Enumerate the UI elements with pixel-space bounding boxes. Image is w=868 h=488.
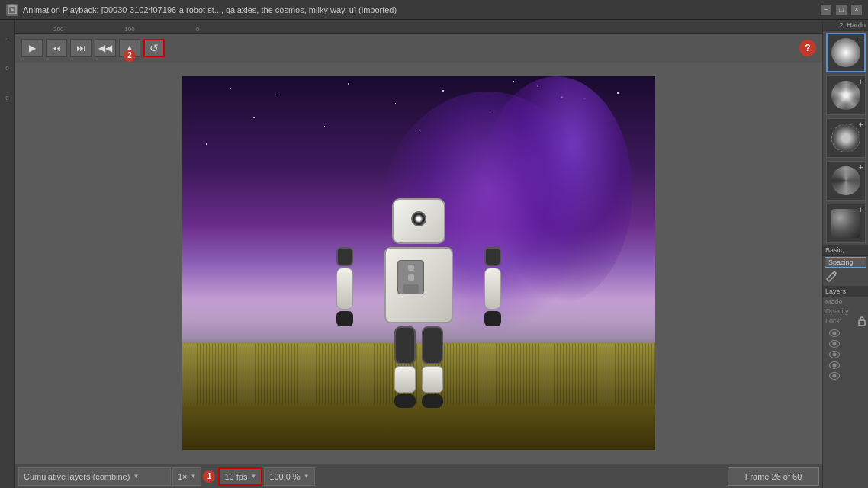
minimize-button[interactable]: −: [821, 5, 831, 15]
layer-eye-2[interactable]: [829, 340, 840, 348]
svg-rect-2: [859, 320, 865, 326]
hardness-label: 2. Hardn: [823, 20, 868, 31]
layer-eye-4[interactable]: [829, 361, 840, 369]
ruler-top: 200 100 0: [15, 20, 822, 34]
layer-eye-1[interactable]: [829, 329, 840, 337]
percent-label: 100.0 %: [269, 472, 300, 481]
brush-add-4-icon: +: [859, 163, 863, 172]
layers-label: Layers: [825, 287, 846, 295]
layers-section: Layers: [823, 286, 868, 297]
status-bar: Cumulative layers (combine) ▼ 1× ▼ 1 10 …: [15, 464, 822, 488]
fps-arrow: ▼: [250, 473, 256, 480]
layer-mode-arrow: ▼: [133, 473, 139, 480]
brush-add-3-icon: +: [859, 120, 863, 129]
robot-eye: [411, 211, 426, 226]
brush-add-5-icon: +: [859, 206, 863, 214]
brush-texture-2: [831, 81, 860, 110]
rewind-start-button[interactable]: ⏮: [46, 39, 67, 57]
fps-dropdown[interactable]: 10 fps ▼: [218, 467, 262, 486]
main-layout: 2 0 0 200 100 0 ▶ ⏮ ⏭ ◀◀ ▲ ↺ ?: [0, 20, 868, 488]
robot-legs: [358, 326, 480, 408]
percent-arrow: ▼: [304, 473, 310, 480]
robot-head: [392, 198, 445, 244]
title-bar: Animation Playback: [00030-3102407196-a …: [0, 0, 868, 20]
robot-left-arm: [336, 247, 353, 326]
play-button[interactable]: ▶: [21, 39, 43, 57]
ruler-left: 2 0 0: [0, 20, 15, 488]
right-panel: 2. Hardn + + + + + Basic, Spac: [822, 20, 868, 488]
brush-item-1[interactable]: +: [826, 33, 866, 72]
lock-label: Lock:: [825, 317, 842, 325]
help-button[interactable]: ?: [799, 40, 816, 56]
upload-button[interactable]: ▲: [119, 39, 140, 57]
window-title: Animation Playback: [00030-3102407196-a …: [23, 5, 816, 14]
brush-add-2-icon: +: [859, 78, 863, 86]
spacing-label: Spacing: [828, 258, 854, 266]
animation-frame: [182, 76, 655, 450]
badge-1: 1: [203, 470, 215, 483]
maximize-button[interactable]: □: [836, 5, 847, 15]
zoom-arrow: ▼: [191, 473, 197, 480]
brush-texture-5: [831, 209, 860, 238]
robot-torso-area: [358, 247, 480, 323]
lock-row: Lock:: [823, 316, 868, 326]
mode-row: Mode: [823, 297, 868, 307]
brush-item-3[interactable]: +: [826, 118, 866, 158]
canvas-area: [15, 63, 822, 464]
brush-circle-1: [831, 38, 860, 67]
lock-icon: [858, 316, 866, 326]
reverse-button[interactable]: ◀◀: [95, 39, 116, 57]
edit-icon[interactable]: [825, 270, 837, 282]
robot-panel: [397, 260, 424, 294]
brush-item-4[interactable]: +: [826, 161, 866, 201]
preset-section: Basic,: [823, 245, 868, 256]
refresh-button[interactable]: ↺: [143, 39, 165, 57]
robot-body: [384, 247, 453, 323]
center-area: 200 100 0 ▶ ⏮ ⏭ ◀◀ ▲ ↺ ?: [15, 20, 822, 488]
edit-row: [823, 268, 868, 286]
frame-display: Frame 26 of 60: [728, 467, 819, 486]
playback-bar: ▶ ⏮ ⏭ ◀◀ ▲ ↺ ?: [15, 34, 822, 63]
preset-label: Basic,: [825, 246, 844, 254]
zoom-dropdown[interactable]: 1× ▼: [172, 467, 201, 486]
brush-texture-4: [831, 166, 860, 195]
layer-eye-5[interactable]: [829, 372, 840, 380]
forward-end-button[interactable]: ⏭: [70, 39, 92, 57]
fps-label: 10 fps: [224, 472, 247, 481]
opacity-label: Opacity: [825, 307, 849, 315]
svg-marker-1: [11, 8, 14, 12]
app-icon: [6, 4, 18, 16]
layer-eye-3[interactable]: [829, 351, 840, 358]
robot-right-arm: [484, 247, 501, 326]
brush-item-5[interactable]: +: [826, 204, 866, 243]
robot-right-leg: [422, 326, 443, 408]
close-button[interactable]: ×: [851, 5, 862, 15]
mode-label: Mode: [825, 298, 843, 306]
frame-label: Frame 26 of 60: [745, 472, 802, 481]
robot-left-leg: [394, 326, 416, 408]
layer-eyes: [823, 326, 868, 383]
brush-item-2[interactable]: +: [826, 75, 866, 115]
robot-figure: [358, 198, 480, 389]
layer-mode-label: Cumulative layers (combine): [24, 472, 130, 481]
brush-add-icon: +: [858, 36, 863, 44]
layer-mode-dropdown[interactable]: Cumulative layers (combine) ▼: [18, 467, 171, 486]
spacing-button[interactable]: Spacing: [825, 257, 866, 268]
brush-texture-3: [831, 124, 860, 152]
percent-dropdown[interactable]: 100.0 % ▼: [264, 467, 314, 486]
zoom-label: 1×: [178, 472, 188, 481]
opacity-row: Opacity: [823, 307, 868, 316]
